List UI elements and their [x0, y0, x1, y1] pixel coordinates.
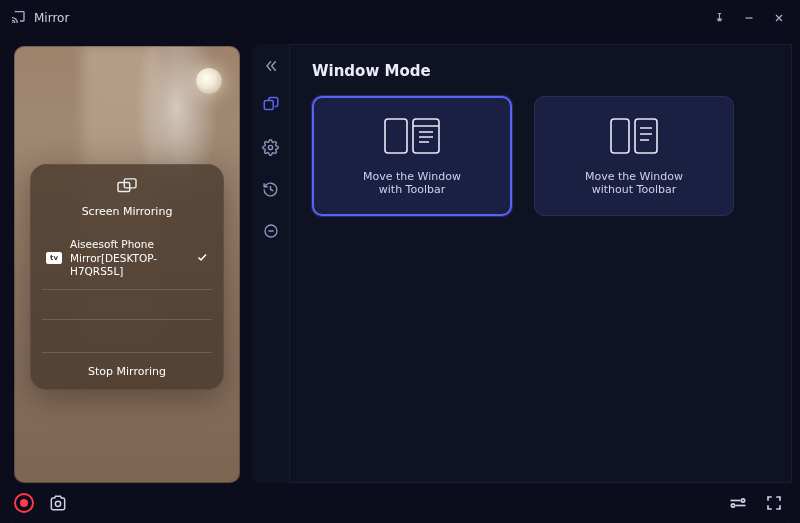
- light-glow: [196, 68, 222, 94]
- svg-rect-6: [264, 101, 273, 110]
- panel-content: Window Mode: [290, 44, 792, 483]
- settings-panel: Window Mode: [252, 44, 792, 483]
- cast-icon: [10, 9, 26, 28]
- card-header: Screen Mirroring: [42, 178, 212, 218]
- option-with-toolbar[interactable]: Move the Window with Toolbar: [312, 96, 512, 216]
- phone-screen: Screen Mirroring tv Aiseesoft Phone Mirr…: [14, 46, 240, 483]
- device-name: Aiseesoft Phone Mirror[DESKTOP-H7QRS5L]: [70, 238, 188, 279]
- svg-point-23: [741, 499, 744, 502]
- option-label: Move the Window without Toolbar: [585, 170, 683, 196]
- empty-device-row: [42, 290, 212, 320]
- window-mode-options: Move the Window with Toolbar: [312, 96, 770, 216]
- empty-device-row: [42, 320, 212, 350]
- stop-mirroring-button[interactable]: Stop Mirroring: [42, 352, 212, 382]
- section-title: Window Mode: [312, 62, 770, 80]
- preview-pane: Screen Mirroring tv Aiseesoft Phone Mirr…: [0, 36, 252, 483]
- svg-rect-11: [413, 119, 439, 153]
- svg-rect-10: [385, 119, 407, 153]
- history-tab[interactable]: [258, 176, 284, 202]
- mirroring-icon: [116, 178, 138, 199]
- app-title: Mirror: [34, 11, 69, 25]
- toggle-panel-button[interactable]: [726, 491, 750, 515]
- screenshot-button[interactable]: [46, 491, 70, 515]
- more-tab[interactable]: [258, 218, 284, 244]
- window-without-toolbar-icon: [609, 117, 659, 158]
- device-row[interactable]: tv Aiseesoft Phone Mirror[DESKTOP-H7QRS5…: [42, 228, 212, 290]
- svg-rect-16: [611, 119, 629, 153]
- window-with-toolbar-icon: [383, 117, 441, 158]
- option-without-toolbar[interactable]: Move the Window without Toolbar: [534, 96, 734, 216]
- screen-mirroring-card: Screen Mirroring tv Aiseesoft Phone Mirr…: [30, 164, 224, 390]
- pin-button[interactable]: [708, 7, 730, 29]
- footer-bar: [0, 483, 800, 523]
- side-rail: [252, 44, 290, 483]
- window-mode-tab[interactable]: [258, 92, 284, 118]
- svg-rect-17: [635, 119, 657, 153]
- minimize-button[interactable]: [738, 7, 760, 29]
- main-area: Screen Mirroring tv Aiseesoft Phone Mirr…: [0, 36, 800, 483]
- option-label: Move the Window with Toolbar: [363, 170, 461, 196]
- titlebar: Mirror: [0, 0, 800, 36]
- fullscreen-button[interactable]: [762, 491, 786, 515]
- svg-point-0: [12, 21, 13, 22]
- record-button[interactable]: [14, 493, 34, 513]
- settings-tab[interactable]: [258, 134, 284, 160]
- svg-point-25: [731, 504, 734, 507]
- check-icon: [196, 251, 208, 267]
- app-window: Mirror: [0, 0, 800, 523]
- svg-point-7: [268, 145, 272, 149]
- collapse-button[interactable]: [258, 56, 284, 76]
- appletv-badge-icon: tv: [46, 252, 62, 264]
- close-button[interactable]: [768, 7, 790, 29]
- svg-point-21: [55, 501, 60, 506]
- card-title: Screen Mirroring: [82, 205, 173, 218]
